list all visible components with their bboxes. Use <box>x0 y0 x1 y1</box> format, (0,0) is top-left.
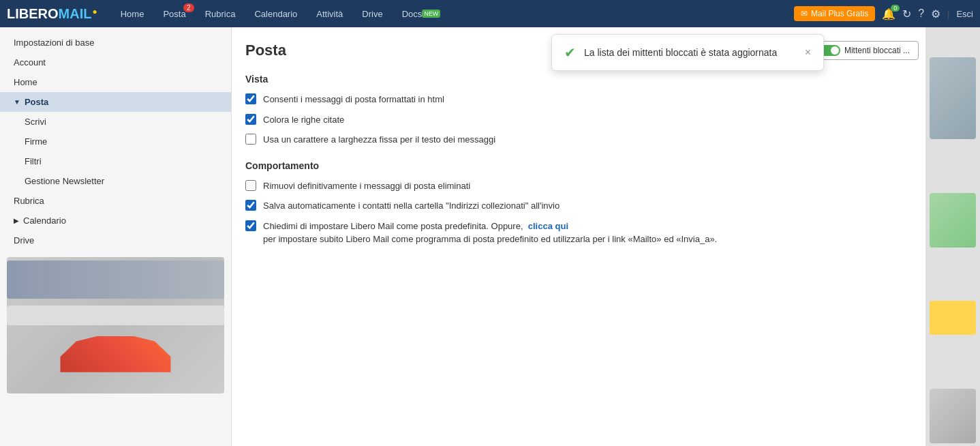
checkbox-carattere-fisso[interactable] <box>245 134 256 145</box>
refresh-icon[interactable]: ↻ <box>902 8 911 20</box>
top-navigation: LIBERO MAIL ● Home Posta 2 Rubrica Calen… <box>0 0 980 27</box>
nav-rubrica[interactable]: Rubrica <box>196 0 245 27</box>
logo[interactable]: LIBERO MAIL ● <box>7 6 97 22</box>
bell-icon[interactable]: 🔔 0 <box>882 8 895 20</box>
checkbox-colora-righe[interactable] <box>245 114 256 125</box>
logout-button[interactable]: Esci <box>956 9 973 19</box>
comportamento-title: Comportamento <box>245 160 919 171</box>
checkbox-row-6: Chiedimi di impostare Libero Mail come p… <box>245 220 919 246</box>
page-title: Posta <box>245 42 286 59</box>
sidebar-item-account[interactable]: Account <box>0 53 231 72</box>
checkbox-row-5: Salva automaticamente i contatti nella c… <box>245 199 919 213</box>
posta-predefinita-text2: per impostare subito Libero Mail come pr… <box>263 234 717 244</box>
help-icon[interactable]: ? <box>918 8 924 20</box>
right-ad-1 <box>930 57 976 139</box>
logo-dot-icon: ● <box>92 7 97 16</box>
sidebar: Impostazioni di base Account Home ▼ Post… <box>0 27 232 446</box>
sidebar-ad <box>7 257 224 393</box>
bell-badge: 0 <box>891 5 900 12</box>
sidebar-item-home[interactable]: Home <box>0 72 231 92</box>
checkbox-carattere-fisso-label[interactable]: Usa un carattere a larghezza fissa per i… <box>263 133 495 147</box>
sidebar-item-calendario[interactable]: ▶ Calendario <box>0 211 231 231</box>
page-layout: Impostazioni di base Account Home ▼ Post… <box>0 27 980 446</box>
vista-title: Vista <box>245 74 919 85</box>
checkbox-row-4: Rimuovi definitivamente i messaggi di po… <box>245 179 919 193</box>
toast-close-button[interactable]: × <box>805 46 811 59</box>
toast-message: La lista dei mittenti bloccati è stata a… <box>584 47 797 58</box>
checkbox-row-1: Consenti i messaggi di posta formattati … <box>245 93 919 106</box>
sidebar-item-drive[interactable]: Drive <box>0 231 231 250</box>
envelope-icon: ✉ <box>801 9 808 18</box>
settings-icon[interactable]: ⚙ <box>931 8 940 20</box>
checkbox-posta-predefinita-label[interactable]: Chiedimi di impostare Libero Mail come p… <box>263 220 717 246</box>
mittenti-bloccati-button[interactable]: Mittenti bloccati ... <box>810 41 919 60</box>
right-ad-column <box>925 27 980 446</box>
docs-new-badge: NEW <box>422 10 440 18</box>
checkbox-rimuovi-messaggi-label[interactable]: Rimuovi definitivamente i messaggi di po… <box>263 179 470 193</box>
checkbox-rimuovi-messaggi[interactable] <box>245 180 256 191</box>
nav-calendario[interactable]: Calendario <box>245 0 307 27</box>
sidebar-ad-content <box>7 257 224 393</box>
nav-drive[interactable]: Drive <box>352 0 392 27</box>
logo-mail-text: MAIL <box>59 6 92 22</box>
posta-predefinita-text1: Chiedimi di impostare Libero Mail come p… <box>263 221 523 231</box>
nav-posta[interactable]: Posta 2 <box>153 0 195 27</box>
right-ad-2 <box>930 193 976 248</box>
sidebar-item-firme[interactable]: Firme <box>0 132 231 151</box>
nav-home[interactable]: Home <box>111 0 154 27</box>
checkbox-salva-contatti[interactable] <box>245 200 256 211</box>
sidebar-item-impostazioni[interactable]: Impostazioni di base <box>0 33 231 53</box>
right-ad-3 <box>930 301 976 335</box>
logo-libero-text: LIBERO <box>7 6 59 22</box>
posta-badge: 2 <box>183 3 194 12</box>
clicca-qui-link[interactable]: clicca qui <box>528 221 568 231</box>
checkbox-html-messages[interactable] <box>245 93 256 104</box>
nav-docs[interactable]: Docs NEW <box>393 0 450 27</box>
sidebar-item-posta[interactable]: ▼ Posta <box>0 92 231 112</box>
checkbox-html-messages-label[interactable]: Consenti i messaggi di posta formattati … <box>263 93 444 106</box>
mail-plus-button[interactable]: ✉ Mail Plus Gratis <box>794 6 875 21</box>
comportamento-section: Comportamento Rimuovi definitivamente i … <box>245 160 919 246</box>
checkbox-salva-contatti-label[interactable]: Salva automaticamente i contatti nella c… <box>263 199 560 213</box>
posta-arrow-icon: ▼ <box>14 98 20 106</box>
toast-check-icon: ✔ <box>564 44 576 61</box>
nav-right: ✉ Mail Plus Gratis 🔔 0 ↻ ? ⚙ | Esci <box>794 6 973 21</box>
checkbox-row-2: Colora le righe citate <box>245 113 919 127</box>
sidebar-item-filtri[interactable]: Filtri <box>0 151 231 171</box>
nav-items: Home Posta 2 Rubrica Calendario Attività… <box>111 0 794 27</box>
calendario-arrow-icon: ▶ <box>14 217 19 224</box>
main-content: ✔ La lista dei mittenti bloccati è stata… <box>232 27 980 446</box>
nav-attivita[interactable]: Attività <box>307 0 352 27</box>
sidebar-item-scrivi[interactable]: Scrivi <box>0 112 231 132</box>
vista-section: Vista Consenti i messaggi di posta forma… <box>245 74 919 147</box>
toast-notification: ✔ La lista dei mittenti bloccati è stata… <box>551 34 824 71</box>
checkbox-row-3: Usa un carattere a larghezza fissa per i… <box>245 133 919 147</box>
checkbox-colora-righe-label[interactable]: Colora le righe citate <box>263 113 344 127</box>
sidebar-item-rubrica[interactable]: Rubrica <box>0 191 231 211</box>
right-ad-4 <box>930 389 976 443</box>
sidebar-item-gestione-newsletter[interactable]: Gestione Newsletter <box>0 171 231 191</box>
checkbox-posta-predefinita[interactable] <box>245 220 256 231</box>
